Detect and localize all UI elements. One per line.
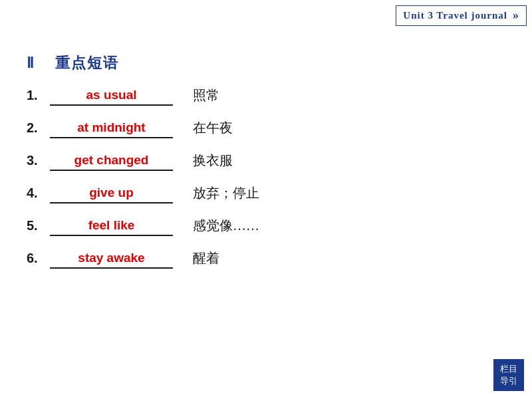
item-number: 6. [27,251,50,266]
phrase-text: at midnight [77,120,145,136]
underline-decoration [50,202,173,203]
underline-decoration [50,235,173,236]
underline-decoration [50,104,173,106]
item-number: 1. [27,88,50,103]
nav-label-line1: 栏目 [500,364,517,374]
vocab-item: 2. at midnight 在午夜 [27,119,505,137]
vocab-item: 4. give up 放弃；停止 [27,184,505,202]
underline-decoration [50,170,173,171]
chinese-meaning: 在午夜 [193,119,233,137]
vocab-list: 1. as usual 照常 2. at midnight 在午夜 3. get… [27,86,505,282]
underline-decoration [50,137,173,138]
nav-button[interactable]: 栏目 导引 [493,359,524,391]
vocab-item: 5. feel like 感觉像…… [27,217,505,235]
chevron-right-icon: » [513,9,519,23]
phrase-box: feel like [50,218,173,234]
phrase-text: feel like [88,218,135,234]
section-title: Ⅱ 重点短语 [27,53,119,73]
nav-label-line2: 导引 [500,376,517,386]
chinese-meaning: 照常 [193,86,219,104]
phrase-box: as usual [50,88,173,104]
unit-label-text: Unit 3 Travel journal [403,10,507,21]
phrase-box: stay awake [50,251,173,267]
phrase-box: get changed [50,153,173,169]
chinese-meaning: 放弃；停止 [193,184,259,202]
phrase-text: as usual [86,88,136,104]
chinese-meaning: 换衣服 [193,152,233,170]
phrase-box: give up [50,186,173,201]
section-heading: 重点短语 [55,55,119,71]
chinese-meaning: 感觉像…… [193,217,259,235]
item-number: 3. [27,153,50,168]
section-roman: Ⅱ [27,55,35,71]
item-number: 5. [27,218,50,233]
item-number: 4. [27,186,50,201]
phrase-text: get changed [74,153,149,169]
unit-label: Unit 3 Travel journal » [396,5,527,26]
item-number: 2. [27,120,50,136]
vocab-item: 3. get changed 换衣服 [27,152,505,170]
underline-decoration [50,267,173,269]
vocab-item: 6. stay awake 醒着 [27,249,505,267]
phrase-text: give up [89,186,134,201]
chinese-meaning: 醒着 [193,249,219,267]
phrase-box: at midnight [50,120,173,136]
vocab-item: 1. as usual 照常 [27,86,505,104]
phrase-text: stay awake [78,251,144,267]
